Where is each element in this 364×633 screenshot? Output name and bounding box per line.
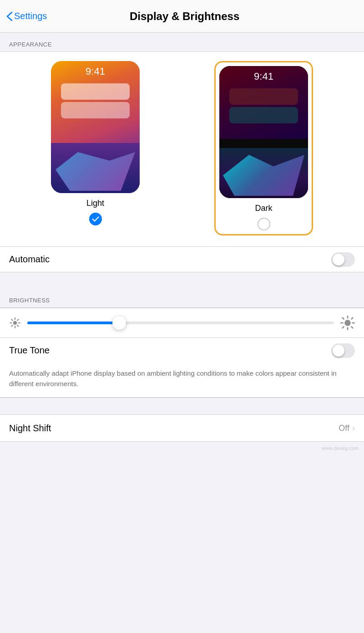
night-shift-label: Night Shift [9, 423, 51, 434]
brightness-slider-fill [27, 322, 119, 324]
brightness-slider-thumb[interactable] [112, 316, 126, 330]
header: Settings Display & Brightness [0, 0, 364, 33]
automatic-label: Automatic [9, 254, 50, 265]
automatic-toggle[interactable] [331, 252, 355, 267]
light-phone-time: 9:41 [51, 61, 140, 81]
brightness-min-icon [9, 317, 21, 329]
light-radio[interactable] [89, 213, 102, 225]
true-tone-toggle[interactable] [331, 343, 355, 358]
watermark: www.deueg.com [0, 442, 364, 454]
dark-mode-option[interactable]: 9:41 Dark [214, 61, 313, 235]
back-label: Settings [14, 11, 47, 21]
night-shift-chevron-icon: › [352, 424, 355, 433]
dark-phone-time: 9:41 [219, 66, 308, 86]
brightness-section-label: BRIGHTNESS [0, 289, 364, 307]
true-tone-toggle-knob [333, 345, 344, 357]
brightness-slider-track[interactable] [27, 322, 334, 324]
dark-card-2 [229, 107, 298, 123]
section-divider-1 [0, 272, 364, 289]
svg-point-0 [13, 321, 17, 325]
svg-line-16 [343, 327, 344, 328]
svg-line-7 [11, 325, 12, 326]
light-mode-option[interactable]: 9:41 Light [51, 61, 140, 235]
brightness-slider-row [0, 308, 364, 337]
night-shift-row[interactable]: Night Shift Off › [0, 414, 364, 442]
back-button[interactable]: Settings [6, 11, 47, 21]
light-card-1 [61, 83, 130, 100]
svg-point-9 [344, 320, 350, 326]
svg-line-15 [351, 327, 353, 328]
dark-phone-mockup: 9:41 [219, 66, 308, 198]
night-shift-right: Off › [339, 424, 355, 433]
light-card-2 [61, 102, 130, 118]
dark-card-1 [229, 88, 298, 105]
night-shift-value: Off [339, 424, 349, 433]
true-tone-label: True Tone [9, 345, 50, 356]
automatic-row: Automatic [0, 246, 364, 272]
svg-line-6 [17, 325, 18, 326]
svg-line-8 [17, 319, 18, 320]
true-tone-row: True Tone [0, 337, 364, 363]
appearance-options: 9:41 Light [0, 52, 364, 246]
appearance-section-label: APPEARANCE [0, 33, 364, 51]
page-title: Display & Brightness [51, 10, 318, 23]
light-option-label: Light [86, 199, 104, 208]
dark-option-label: Dark [255, 204, 272, 213]
appearance-section: 9:41 Light [0, 51, 364, 272]
svg-line-5 [11, 319, 12, 320]
svg-line-17 [351, 318, 353, 319]
automatic-toggle-knob [333, 254, 344, 265]
svg-line-14 [343, 318, 344, 319]
light-phone-mockup: 9:41 [51, 61, 140, 193]
dark-radio[interactable] [258, 218, 270, 230]
true-tone-description: Automatically adapt iPhone display based… [0, 363, 364, 398]
brightness-max-icon [340, 316, 355, 330]
brightness-section: True Tone Automatically adapt iPhone dis… [0, 307, 364, 398]
